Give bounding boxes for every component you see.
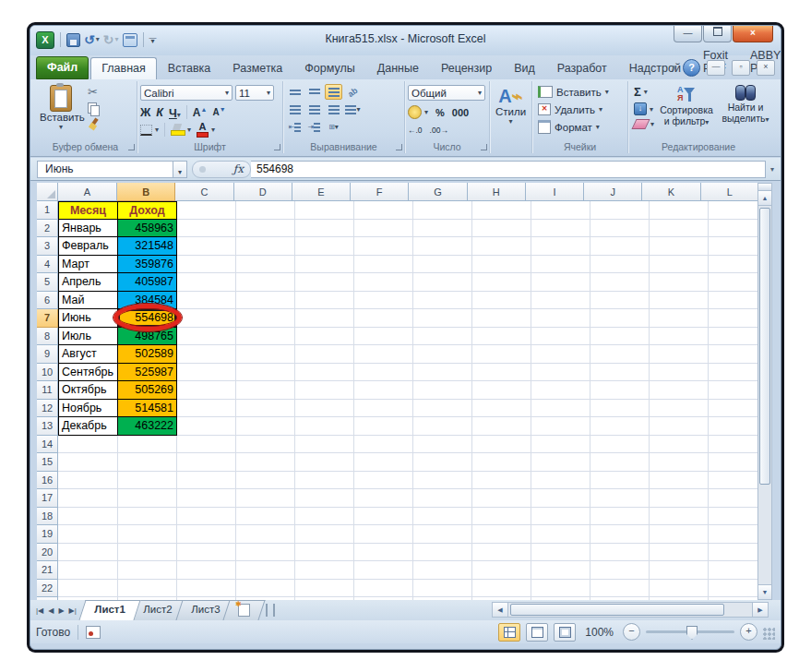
- cell-G20[interactable]: [413, 544, 472, 562]
- orientation-button[interactable]: ab: [344, 84, 362, 100]
- cell-D10[interactable]: [236, 364, 295, 382]
- decrease-indent-button[interactable]: ⇤: [286, 119, 304, 135]
- page-layout-view-button[interactable]: [526, 623, 548, 642]
- normal-view-button[interactable]: [498, 623, 520, 642]
- cell-H14[interactable]: [472, 436, 531, 454]
- dialog-launcher-icon[interactable]: [128, 144, 135, 150]
- cell-C9[interactable]: [177, 345, 236, 364]
- cell-C4[interactable]: [177, 256, 236, 274]
- cell-F15[interactable]: [354, 453, 413, 472]
- cell-A8[interactable]: Июль: [58, 328, 118, 346]
- cell-J6[interactable]: [590, 292, 650, 310]
- cell-E5[interactable]: [295, 273, 354, 292]
- cell-H10[interactable]: [472, 364, 531, 382]
- cell-J12[interactable]: [590, 400, 650, 418]
- cell-L14[interactable]: [709, 436, 759, 454]
- row-header-21[interactable]: 21: [37, 561, 58, 580]
- cell-F10[interactable]: [354, 364, 413, 382]
- align-middle-button[interactable]: [305, 84, 323, 100]
- cell-I20[interactable]: [531, 544, 590, 562]
- ribbon-tab-5[interactable]: Данные: [366, 57, 430, 79]
- cell-J3[interactable]: [590, 237, 650, 256]
- cell-G8[interactable]: [413, 328, 472, 346]
- row-header-9[interactable]: 9: [37, 345, 58, 364]
- row-header-10[interactable]: 10: [37, 364, 58, 382]
- cell-C2[interactable]: [177, 220, 236, 238]
- ribbon-tab-7[interactable]: Вид: [503, 57, 546, 79]
- cell-G2[interactable]: [413, 220, 472, 238]
- cell-J22[interactable]: [590, 580, 650, 598]
- cell-H4[interactable]: [472, 256, 531, 274]
- cell-F16[interactable]: [354, 472, 413, 490]
- ribbon-tab-6[interactable]: Рецензир: [430, 57, 503, 79]
- cell-I14[interactable]: [531, 436, 590, 454]
- dialog-launcher-icon[interactable]: [274, 144, 280, 150]
- cell-D17[interactable]: [236, 489, 295, 508]
- cell-E2[interactable]: [295, 220, 354, 238]
- cell-D22[interactable]: [236, 580, 295, 598]
- cell-G3[interactable]: [413, 237, 472, 256]
- underline-button[interactable]: Ч▾: [169, 104, 181, 121]
- cell-F3[interactable]: [354, 237, 413, 256]
- cell-F9[interactable]: [354, 345, 413, 364]
- cell-K15[interactable]: [650, 453, 709, 472]
- cell-D13[interactable]: [236, 417, 295, 436]
- cell-A6[interactable]: Май: [58, 292, 118, 310]
- cell-E14[interactable]: [295, 436, 354, 454]
- cell-L1[interactable]: [709, 201, 759, 220]
- workbook-close-button[interactable]: ×: [757, 60, 775, 76]
- row-header-19[interactable]: 19: [37, 525, 58, 544]
- cell-I6[interactable]: [531, 292, 590, 310]
- cell-C7[interactable]: [177, 309, 236, 328]
- cell-H8[interactable]: [472, 328, 531, 346]
- cell-C8[interactable]: [177, 328, 236, 346]
- cell-H20[interactable]: [472, 544, 531, 562]
- minimize-button[interactable]: —: [674, 26, 702, 42]
- cell-A17[interactable]: [58, 489, 118, 508]
- cell-I5[interactable]: [531, 273, 590, 292]
- cell-C18[interactable]: [177, 508, 236, 526]
- cell-K2[interactable]: [650, 220, 709, 238]
- cell-J14[interactable]: [590, 436, 650, 454]
- cell-H22[interactable]: [472, 580, 531, 598]
- cell-D12[interactable]: [236, 400, 295, 418]
- cell-D4[interactable]: [236, 256, 295, 274]
- cell-A3[interactable]: Февраль: [58, 237, 118, 256]
- row-header-16[interactable]: 16: [37, 472, 58, 490]
- cell-G10[interactable]: [413, 364, 472, 382]
- cell-F11[interactable]: [354, 381, 413, 400]
- expand-formula-bar-button[interactable]: ▾: [766, 165, 779, 174]
- row-header-14[interactable]: 14: [37, 436, 58, 454]
- cell-I1[interactable]: [531, 201, 590, 220]
- find-select-button[interactable]: Найти и выделить▾: [717, 85, 774, 124]
- cell-A9[interactable]: Август: [58, 345, 118, 364]
- cell-E8[interactable]: [295, 328, 354, 346]
- cell-I22[interactable]: [531, 580, 590, 598]
- cell-I12[interactable]: [531, 400, 590, 418]
- cell-E18[interactable]: [295, 508, 354, 526]
- cell-H9[interactable]: [472, 345, 531, 364]
- cell-G18[interactable]: [413, 508, 472, 526]
- ribbon-tab-3[interactable]: Разметка: [221, 57, 293, 79]
- cell-A19[interactable]: [58, 525, 118, 544]
- cell-J10[interactable]: [590, 364, 650, 382]
- cell-B8[interactable]: 498765: [118, 328, 177, 346]
- workbook-minimize-button[interactable]: —: [707, 60, 725, 76]
- cell-L18[interactable]: [709, 508, 759, 526]
- insert-cells-button[interactable]: Вставить▾: [538, 83, 625, 101]
- cell-C21[interactable]: [177, 561, 236, 580]
- fill-color-button[interactable]: ▾: [171, 124, 191, 136]
- cell-B14[interactable]: [118, 436, 177, 454]
- align-top-button[interactable]: [286, 84, 304, 100]
- cell-H15[interactable]: [472, 453, 531, 472]
- cell-A22[interactable]: [58, 580, 118, 598]
- font-size-select[interactable]: 11▾: [235, 85, 274, 101]
- cell-G16[interactable]: [413, 472, 472, 490]
- zoom-out-button[interactable]: −: [623, 623, 640, 641]
- cell-E3[interactable]: [295, 237, 354, 256]
- column-header-B[interactable]: B: [117, 183, 175, 201]
- cell-E13[interactable]: [295, 417, 354, 436]
- cell-J1[interactable]: [590, 201, 650, 220]
- cell-C17[interactable]: [177, 489, 236, 508]
- cell-H1[interactable]: [472, 201, 531, 220]
